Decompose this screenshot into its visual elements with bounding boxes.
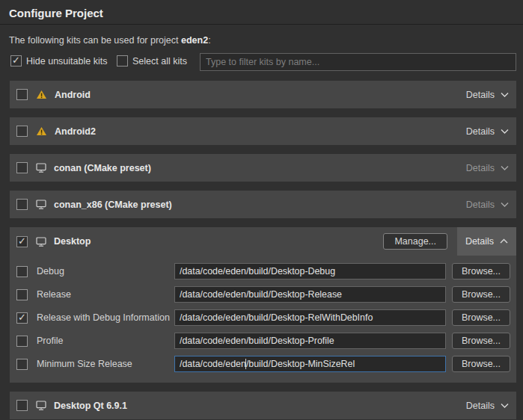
- config-label: Debug: [37, 266, 174, 277]
- kit-checkbox[interactable]: [16, 126, 28, 137]
- config-row-profile: Profile Browse...: [16, 333, 510, 349]
- details-label: Details: [466, 401, 495, 411]
- config-row-minsizerel: Minimum Size Release Browse...: [16, 356, 510, 372]
- kit-controls-bar: Hide unsuitable kits Select all kits: [10, 53, 516, 71]
- warning-icon: [36, 90, 47, 99]
- chevron-down-icon: [501, 202, 509, 208]
- kit-name: Android: [55, 90, 91, 100]
- select-all-checkbox[interactable]: [117, 55, 128, 67]
- warning-icon: [36, 126, 47, 136]
- select-all-label: Select all kits: [132, 56, 187, 67]
- kit-name: Android2: [55, 126, 96, 137]
- chevron-down-icon: [501, 92, 509, 98]
- build-dir-input[interactable]: [174, 263, 446, 280]
- browse-button[interactable]: Browse...: [452, 286, 510, 303]
- kit-row-conan-x86: conan_x86 (CMake preset) Details: [10, 191, 516, 218]
- kit-row-android: Android Details: [10, 81, 516, 108]
- kit-filter-input[interactable]: [200, 53, 516, 71]
- config-label: Release with Debug Information: [37, 312, 174, 323]
- config-checkbox[interactable]: [16, 289, 28, 300]
- details-toggle[interactable]: Details: [466, 401, 509, 411]
- desktop-icon: [36, 237, 46, 247]
- config-row-relwithdebinfo: Release with Debug Information Browse...: [16, 309, 510, 326]
- desktop-icon: [36, 200, 46, 209]
- chevron-down-icon: [501, 403, 509, 409]
- config-checkbox[interactable]: [16, 312, 28, 324]
- details-label: Details: [466, 200, 495, 210]
- kit-row-conan: conan (CMake preset) Details: [10, 154, 516, 182]
- intro-after: :: [208, 35, 210, 46]
- config-row-release: Release Browse...: [16, 286, 510, 303]
- kit-checkbox[interactable]: [16, 199, 28, 210]
- project-name: eden2: [181, 35, 208, 46]
- desktop-icon: [36, 401, 46, 410]
- chevron-down-icon: [501, 129, 509, 135]
- intro-text: The following kits can be used for proje…: [9, 35, 514, 46]
- build-dir-input-focused[interactable]: [174, 356, 446, 372]
- manage-kits-button[interactable]: Manage...: [383, 233, 447, 250]
- config-row-debug: Debug Browse...: [16, 263, 510, 280]
- config-label: Release: [37, 289, 174, 300]
- kit-name: Desktop Qt 6.9.1: [54, 401, 127, 411]
- browse-button[interactable]: Browse...: [452, 333, 510, 349]
- hide-unsuitable-checkbox[interactable]: [10, 55, 22, 67]
- build-dir-input[interactable]: [174, 286, 446, 303]
- kit-list: Android Details Android2 Details conan (…: [10, 81, 516, 419]
- kit-checkbox[interactable]: [16, 400, 28, 411]
- details-label: Details: [466, 126, 495, 137]
- kit-row-desktop-qt: Desktop Qt 6.9.1 Details: [10, 392, 516, 419]
- kit-name: conan_x86 (CMake preset): [54, 200, 172, 210]
- chevron-up-icon: [500, 238, 508, 244]
- kit-section-desktop: Desktop Manage... Details Debug Browse..…: [10, 227, 516, 383]
- kit-checkbox[interactable]: [16, 89, 28, 100]
- browse-button[interactable]: Browse...: [452, 263, 510, 280]
- details-label: Details: [465, 236, 494, 247]
- kit-header-desktop: Desktop Manage... Details: [10, 227, 516, 256]
- desktop-icon: [36, 163, 46, 173]
- config-checkbox[interactable]: [16, 359, 28, 370]
- details-toggle: Details: [466, 163, 509, 173]
- build-dir-input[interactable]: [174, 333, 446, 349]
- hide-unsuitable-label: Hide unsuitable kits: [26, 56, 107, 67]
- chevron-down-icon: [501, 165, 509, 171]
- kit-checkbox[interactable]: [16, 236, 28, 247]
- kit-checkbox[interactable]: [16, 162, 28, 173]
- details-toggle[interactable]: Details: [457, 227, 516, 256]
- kit-name: Desktop: [54, 236, 91, 247]
- browse-button[interactable]: Browse...: [452, 356, 510, 372]
- kit-name: conan (CMake preset): [54, 163, 151, 173]
- build-dir-input[interactable]: [174, 309, 446, 326]
- details-label: Details: [466, 90, 495, 100]
- details-toggle[interactable]: Details: [466, 126, 509, 137]
- details-toggle: Details: [466, 200, 509, 210]
- config-label: Minimum Size Release: [37, 359, 174, 369]
- config-checkbox[interactable]: [16, 336, 28, 347]
- text-caret: [245, 359, 246, 369]
- page-title: Configure Project: [0, 0, 523, 25]
- config-label: Profile: [37, 336, 174, 346]
- config-checkbox[interactable]: [16, 266, 28, 277]
- intro-before: The following kits can be used for proje…: [9, 35, 181, 46]
- kit-row-android2: Android2 Details: [10, 117, 516, 145]
- details-label: Details: [466, 163, 495, 173]
- build-config-list: Debug Browse... Release Browse... Releas…: [10, 256, 516, 372]
- browse-button[interactable]: Browse...: [452, 309, 510, 326]
- details-toggle[interactable]: Details: [466, 90, 509, 100]
